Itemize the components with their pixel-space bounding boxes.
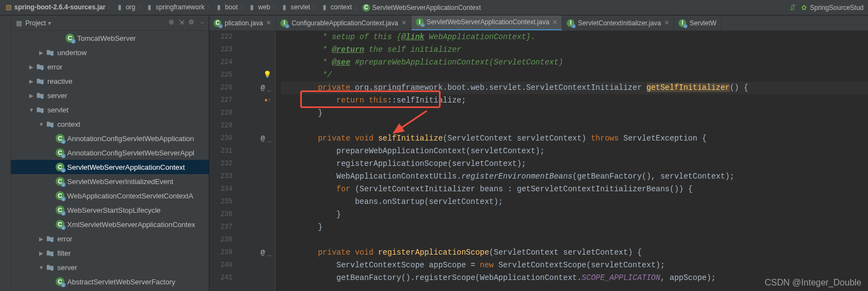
tab-label: plication.java: [225, 19, 263, 27]
code-line[interactable]: private void registerApplicationScope(Se…: [281, 246, 868, 259]
class-icon: C↓: [55, 219, 65, 229]
tree-row[interactable]: ▶↓filter: [11, 246, 209, 260]
tree-row[interactable]: C↓ServletWebServerInitializedEvent: [11, 174, 209, 188]
folder-icon: ↓: [45, 248, 55, 258]
code-line[interactable]: WebApplicationContextUtils.registerEnvir…: [281, 170, 868, 183]
editor-tab[interactable]: IConfigurableApplicationContext.java✕: [276, 15, 411, 30]
line-number: 238: [209, 234, 232, 246]
breadcrumb-item[interactable]: ▮org: [116, 3, 135, 11]
gutter-marker: 💡: [237, 69, 275, 82]
gear-icon[interactable]: ⚙: [188, 18, 194, 28]
breadcrumb-item[interactable]: ▧spring-boot-2.6.4-sources.jar: [4, 3, 105, 11]
breadcrumb-item[interactable]: ▮context: [321, 3, 352, 11]
gutter-marker: [237, 208, 275, 221]
close-icon[interactable]: ✕: [664, 19, 669, 26]
gutter-marker: [237, 44, 275, 56]
tree-row[interactable]: C↓ServletWebServerApplicationContext: [11, 160, 209, 174]
breadcrumb-label: springframework: [156, 3, 205, 11]
breadcrumb-item[interactable]: ▮servlet: [281, 3, 310, 11]
gutter-marker: [237, 221, 275, 234]
class-icon: C↓: [55, 277, 65, 287]
sync-icon[interactable]: ⇵: [790, 3, 796, 12]
tree-row[interactable]: C↓TomcatWebServer: [11, 31, 209, 45]
tree-row[interactable]: C↓XmlServletWebServerApplicationContex: [11, 217, 209, 231]
tab-label: ServletContextInitializer.java: [578, 19, 661, 27]
folder-icon: ↓: [35, 62, 45, 72]
project-tree[interactable]: C↓TomcatWebServer▶↓undertow▶↓error▶↓reac…: [11, 31, 209, 291]
tree-item-label: TomcatWebServer: [77, 34, 136, 42]
editor-tab[interactable]: IServletWebServerApplicationContext.java…: [411, 15, 563, 30]
code-line[interactable]: */: [281, 69, 868, 82]
tree-row[interactable]: C↓WebServerStartStopLifecycle: [11, 203, 209, 217]
line-number: 240: [209, 259, 232, 272]
code-line[interactable]: }: [281, 107, 868, 120]
close-icon[interactable]: ✕: [266, 19, 271, 26]
tree-row[interactable]: C↓AnnotationConfigServletWebServerAppl: [11, 146, 209, 160]
code-area[interactable]: * setup of this {@link WebApplicationCon…: [275, 31, 868, 291]
chevron-icon[interactable]: ▶: [37, 50, 45, 56]
tree-item-label: ServletWebServerInitializedEvent: [67, 177, 173, 186]
tree-row[interactable]: C↓AnnotationConfigServletWebApplication: [11, 131, 209, 146]
tree-row[interactable]: ▶↓reactive: [11, 74, 209, 88]
code-line[interactable]: for (ServletContextInitializer beans : g…: [281, 183, 868, 196]
code-line[interactable]: registerApplicationScope(servletContext)…: [281, 158, 868, 170]
pkg-icon: ▮: [248, 3, 256, 11]
breadcrumb-label: web: [258, 3, 270, 11]
svg-text:↓: ↓: [41, 67, 42, 70]
chevron-icon[interactable]: ▶: [28, 64, 35, 70]
code-line[interactable]: ServletContextScope appScope = new Servl…: [281, 259, 868, 272]
code-line[interactable]: private void selfInitialize(ServletConte…: [281, 132, 868, 145]
pkg-icon: ▮: [321, 3, 328, 11]
tree-row[interactable]: C↓WebApplicationContextServletContextA: [11, 188, 209, 203]
code-line[interactable]: [281, 120, 868, 132]
code-line[interactable]: }: [281, 221, 868, 234]
chevron-icon[interactable]: ▶: [28, 93, 35, 99]
tool-window-stripe[interactable]: [0, 15, 11, 291]
svg-text:↓: ↓: [41, 110, 42, 113]
chevron-down-icon[interactable]: ▾: [48, 19, 51, 27]
editor-tab[interactable]: IServletContextInitializer.java✕: [562, 15, 674, 30]
chevron-icon[interactable]: ▼: [28, 107, 35, 113]
expand-icon[interactable]: ⇲: [178, 18, 184, 28]
editor-tab[interactable]: Cplication.java✕: [209, 15, 276, 30]
breadcrumb-item[interactable]: ▮web: [248, 3, 270, 11]
pkg-icon: ▮: [146, 3, 154, 11]
chevron-icon[interactable]: ▼: [37, 121, 45, 127]
tree-row[interactable]: C↓AbstractServletWebServerFactory: [11, 274, 209, 289]
close-icon[interactable]: ✕: [552, 19, 557, 26]
tree-row[interactable]: ▼↓context: [11, 117, 209, 131]
chevron-icon[interactable]: ▼: [37, 265, 45, 271]
code-line[interactable]: }: [281, 208, 868, 221]
code-line[interactable]: * @see #prepareWebApplicationContext(Ser…: [281, 56, 868, 69]
editor[interactable]: 2222232242252262272282292302312322332342…: [209, 31, 868, 291]
hide-icon[interactable]: －: [199, 18, 205, 28]
tree-row[interactable]: ▼↓server: [11, 260, 209, 274]
interface-icon: I: [280, 19, 288, 27]
tree-row[interactable]: ▶↓error: [11, 60, 209, 74]
editor-tab[interactable]: IServletW: [674, 15, 721, 30]
chevron-icon[interactable]: ▶: [37, 250, 45, 256]
close-icon[interactable]: ✕: [402, 19, 406, 26]
pkg-icon: ▮: [281, 3, 289, 11]
tree-row[interactable]: ▼↓servlet: [11, 103, 209, 117]
folder-icon: ↓: [35, 105, 45, 115]
right-toolbar-item[interactable]: ✿ SpringSourceStud: [800, 4, 864, 12]
tree-row[interactable]: ▶↓server: [11, 88, 209, 103]
code-line[interactable]: [281, 234, 868, 246]
tree-item-label: XmlServletWebServerApplicationContex: [67, 220, 195, 229]
chevron-icon[interactable]: ▶: [28, 78, 35, 84]
select-target-icon[interactable]: ⊕: [169, 18, 174, 28]
code-line[interactable]: prepareWebApplicationContext(servletCont…: [281, 145, 868, 158]
svg-line-18: [394, 111, 427, 133]
breadcrumb-bar: ▧spring-boot-2.6.4-sources.jar〉▮org〉▮spr…: [0, 0, 868, 15]
code-line[interactable]: * setup of this {@link WebApplicationCon…: [281, 31, 868, 44]
tree-row[interactable]: ▶↓undertow: [11, 45, 209, 60]
class-icon: C↓: [55, 205, 65, 215]
tree-row[interactable]: ▶↓error: [11, 231, 209, 246]
code-line[interactable]: * @return the self initializer: [281, 44, 868, 56]
breadcrumb-item[interactable]: ▮springframework: [146, 3, 205, 11]
code-line[interactable]: beans.onStartup(servletContext);: [281, 196, 868, 208]
breadcrumb-item[interactable]: ▮boot: [215, 3, 237, 11]
breadcrumb-item[interactable]: CServletWebServerApplicationContext: [362, 4, 481, 12]
chevron-icon[interactable]: ▶: [37, 236, 45, 242]
